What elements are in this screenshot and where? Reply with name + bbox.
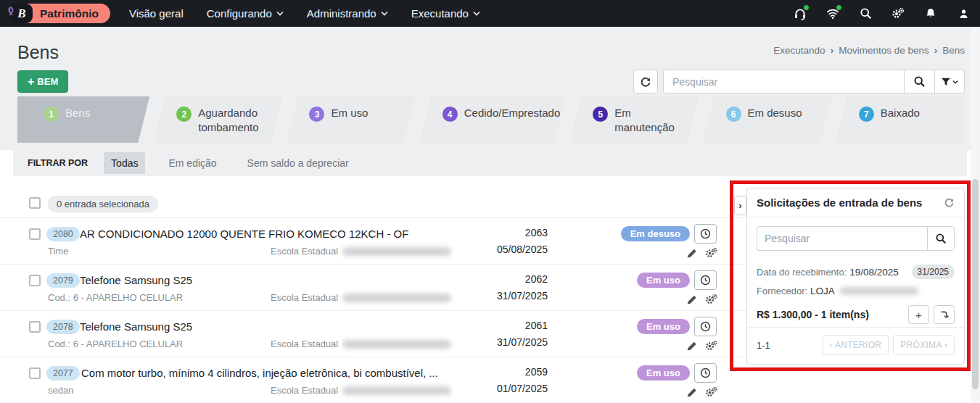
row-checkbox[interactable] [29,321,41,333]
reference-badge: 31/2025 [912,265,955,279]
history-button[interactable] [694,317,717,336]
panel-refresh-button[interactable] [944,197,955,208]
panel-search-button[interactable] [927,226,955,251]
breadcrumb-item-current[interactable]: Bens [942,45,965,56]
breadcrumb-item[interactable]: Movimentos de bens [839,45,929,56]
settings-gears-icon[interactable] [704,247,718,259]
asset-subtitle: Cod.: 6 - APARELHO CELULAR [48,338,183,349]
asset-id-badge: 2077 [46,366,80,381]
settings-gears-icon[interactable] [704,294,718,305]
row-actions [686,294,718,305]
import-arrow-icon [939,309,950,320]
funnel-icon [941,77,951,87]
search-input[interactable] [663,70,904,94]
row-actions [686,386,718,398]
breadcrumb-item[interactable]: Executando [773,45,825,56]
settings-gears-icon[interactable] [892,7,905,20]
filter-option-sem-saldo[interactable]: Sem saldo a depreciar [240,152,356,174]
tab-em-manutencao[interactable]: 5 Em manutenção [569,96,699,143]
brand-logo[interactable]: B Patrimônio [6,0,110,27]
add-item-button[interactable]: + [908,305,929,324]
menu-item-visao-geral[interactable]: Visão geral [129,7,184,20]
history-button[interactable] [694,270,717,290]
page: B Patrimônio Visão geral Configurando Ad… [0,0,980,403]
receipt-date-line: Data do recebimento: 19/08/2025 31/2025 [747,265,964,279]
tab-number-badge: 3 [309,107,324,122]
edit-pencil-icon[interactable] [686,294,697,305]
tab-aguardando-tombamento[interactable]: 2 Aguardando tombamento [153,96,282,143]
tab-baixado[interactable]: 7 Baixado [836,96,965,143]
search-toolbar [633,70,965,94]
previous-page-button[interactable]: ‹ ANTERIOR [823,335,889,355]
filter-bar: FILTRAR POR Todas Em edição Sem saldo a … [13,150,967,176]
row-checkbox[interactable] [29,367,41,379]
headset-icon[interactable] [794,7,807,20]
tab-em-uso[interactable]: 3 Em uso [286,96,415,143]
import-entry-button[interactable] [934,305,955,324]
settings-gears-icon[interactable] [704,340,718,352]
asset-numbers: 2062 31/07/2025 [435,273,548,302]
tab-em-desuso[interactable]: 6 Em desuso [703,96,832,143]
asset-location: Escola Estadual [271,292,451,303]
search-icon [935,233,947,244]
filter-option-todas[interactable]: Todas [104,152,145,174]
panel-title: Solicitações de entrada de bens [757,196,922,209]
tab-cedido-emprestado[interactable]: 4 Cedido/Emprestado [419,96,567,143]
asset-subtitle: sedan [48,385,73,396]
search-icon[interactable] [859,7,872,20]
edit-pencil-icon[interactable] [686,341,697,352]
page-title: Bens [17,42,59,63]
add-bem-button[interactable]: + BEM [17,70,68,93]
filter-option-em-edicao[interactable]: Em edição [161,152,223,174]
status-badge: Em desuso [621,226,690,241]
refresh-icon [640,76,651,88]
refresh-button[interactable] [633,70,658,94]
next-page-button[interactable]: PRÓXIMA › [893,335,955,355]
clock-icon [700,367,711,378]
status-badge: Em uso [637,319,690,334]
edit-pencil-icon[interactable] [686,387,697,398]
row-checkbox[interactable] [29,228,41,240]
notifications-bell-icon[interactable] [924,7,937,20]
edit-pencil-icon[interactable] [686,248,697,259]
asset-title[interactable]: AR CONDICIONADO 12000 QUENTE FRIO KOMECO… [80,228,408,240]
search-submit-button[interactable] [904,70,934,94]
asset-date: 01/07/2025 [435,383,548,394]
filter-button[interactable] [934,70,965,94]
asset-subtitle: Time [48,246,68,257]
wifi-icon[interactable] [826,7,839,20]
supplier-label: Fornecedor: [757,286,807,296]
asset-date: 31/07/2025 [435,290,548,302]
main-menu: Visão geral Configurando Administrando E… [129,7,480,20]
supplier-value: LOJA [810,286,835,296]
asset-title[interactable]: Telefone Samsung S25 [80,320,192,333]
asset-title[interactable]: Com motor turbo, mínimo 4 cilindros, inj… [81,367,438,379]
tab-number-badge: 5 [593,107,608,122]
select-all-checkbox[interactable] [29,197,41,209]
panel-search [757,226,955,251]
menu-item-configurando[interactable]: Configurando [207,7,284,20]
menu-item-executando[interactable]: Executando [411,7,480,20]
plus-icon: + [915,309,922,321]
row-checkbox[interactable] [29,275,41,286]
asset-title[interactable]: Telefone Samsung S25 [80,274,192,286]
settings-gears-icon[interactable] [704,386,718,398]
asset-id-badge: 2079 [46,273,80,288]
asset-number: 2063 [435,227,548,238]
asset-numbers: 2061 31/07/2025 [435,320,548,348]
user-icon[interactable] [957,7,970,20]
clock-icon [700,228,711,239]
scrollbar-thumb[interactable] [972,179,979,389]
status-badge: Em uso [637,273,690,288]
panel-search-input[interactable] [757,226,927,251]
panel-collapse-button[interactable]: › [734,196,746,215]
menu-item-administrando[interactable]: Administrando [307,7,388,20]
receipt-date-label: Data do recebimento: [757,267,847,278]
history-button[interactable] [694,363,717,383]
chevron-down-icon [952,80,958,84]
panel-header: Solicitações de entrada de bens [747,188,964,217]
history-button[interactable] [694,224,717,244]
scrollbar-track[interactable] [971,27,980,403]
tab-bens[interactable]: 1 Bens [17,96,149,143]
chevron-down-icon [381,11,388,16]
